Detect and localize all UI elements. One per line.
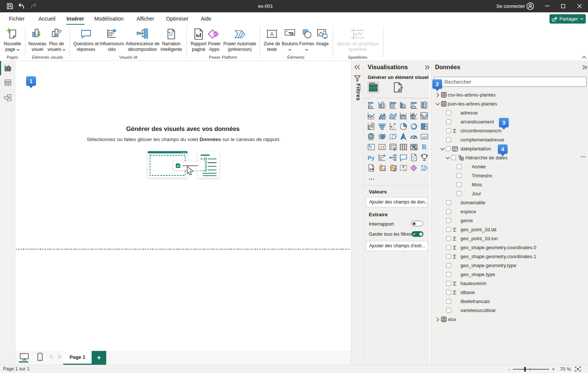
svg-text:A: A: [270, 31, 274, 37]
svg-text:R: R: [422, 143, 427, 151]
svg-text:123: 123: [422, 135, 427, 138]
svg-text:Py: Py: [368, 155, 375, 161]
